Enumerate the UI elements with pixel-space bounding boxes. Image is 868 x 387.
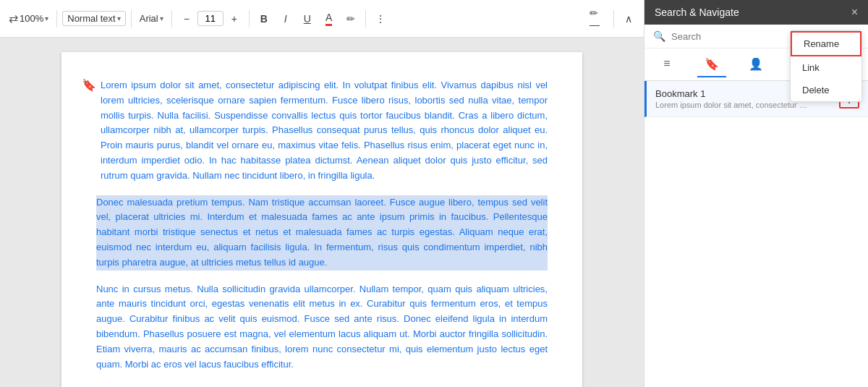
more-icon: ⋮ [375,13,386,25]
fontsize-increase-button[interactable]: + [225,9,244,28]
comments-icon: 👤 [749,57,763,71]
highlight-button[interactable]: ✏ [341,9,360,28]
tab-outline[interactable]: ≡ [652,51,681,77]
fontsize-decrease-button[interactable]: − [177,9,196,28]
bookmark-tab-icon: 🔖 [705,57,719,71]
bookmark-dropdown-menu: Rename Link Delete [790,81,862,102]
fontsize-input[interactable]: 11 [197,11,224,26]
fontsize-control: − 11 + [177,9,244,28]
search-icon: 🔍 [653,30,665,42]
tab-comments[interactable]: 👤 [741,51,770,77]
outline-icon: ≡ [663,57,670,70]
tab-bookmarks[interactable]: 🔖 [697,51,726,77]
delete-menu-item[interactable]: Delete [791,81,861,101]
font-color-button[interactable]: A [320,9,339,28]
panel-close-button[interactable]: × [851,6,858,19]
sep3 [171,10,172,27]
font-label: Arial [140,13,158,24]
paragraph-3: Nunc in cursus metus. Nulla sollicitudin… [96,282,548,373]
zoom-icon: ⇄ [9,12,18,25]
paragraph-2: Donec malesuada pretium tempus. Nam tris… [96,195,548,271]
right-panel: Search & Navigate × 🔍 ≡ 🔖 👤 ⊞ ⊕ Bookmark… [644,0,868,387]
pen-icon: ✏ [346,13,355,25]
sep2 [131,10,132,27]
bookmark-preview: Lorem ipsum dolor sit amet, consectetur … [655,101,807,109]
zoom-chevron: ▾ [45,14,48,22]
undo-button[interactable]: ✏ — [590,9,608,28]
sep5 [365,10,366,27]
more-options-button[interactable]: ⋮ [371,9,390,28]
bookmark-flag-icon: 🔖 [82,78,96,92]
text-style-control[interactable]: Normal text ▾ [62,11,125,26]
collapse-icon: ∧ [625,13,632,25]
text-style-label: Normal text [67,13,115,24]
zoom-control[interactable]: ⇄ 100% ▾ [6,9,51,28]
sep1 [56,10,57,27]
document-page: 🔖 Lorem ipsum dolor sit amet, consectetu… [61,52,582,387]
paragraph-1: Lorem ipsum dolor sit amet, consectetur … [96,78,548,184]
toolbar: ⇄ 100% ▾ Normal text ▾ Arial ▾ − 11 + B … [0,0,644,38]
bookmark-list: Bookmark 1 Lorem ipsum dolor sit amet, c… [644,81,868,387]
style-chevron: ▾ [117,14,121,22]
bold-button[interactable]: B [255,9,273,28]
page-wrapper: 🔖 Lorem ipsum dolor sit amet, consectetu… [0,38,644,387]
underline-button[interactable]: U [298,9,317,28]
editor-container: ⇄ 100% ▾ Normal text ▾ Arial ▾ − 11 + B … [0,0,644,387]
undo-icon: ✏ — [590,7,608,30]
sep6 [613,10,614,27]
sep4 [249,10,250,27]
font-color-icon: A [326,12,332,26]
panel-header: Search & Navigate × [644,0,868,25]
panel-title: Search & Navigate [655,7,739,18]
italic-button[interactable]: I [276,9,295,28]
font-control[interactable]: Arial ▾ [137,12,166,25]
zoom-value: 100% [20,13,43,24]
collapse-button[interactable]: ∧ [619,9,638,28]
font-chevron: ▾ [160,14,163,22]
